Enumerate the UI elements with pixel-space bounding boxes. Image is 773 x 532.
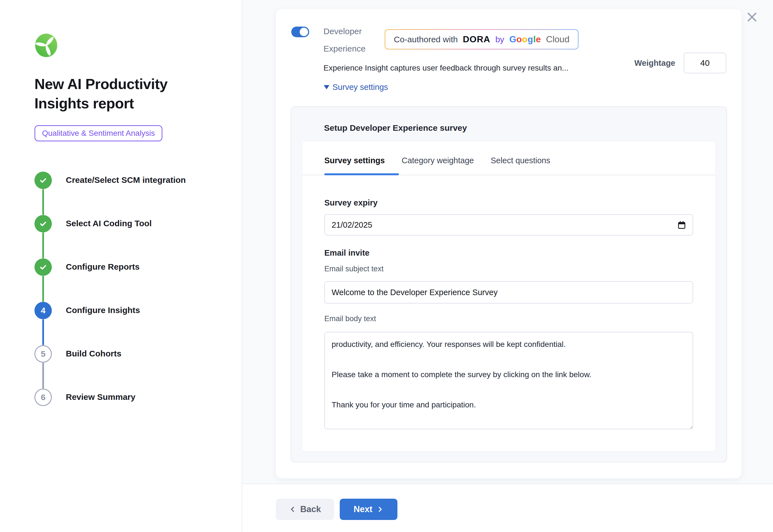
coauthor-badge: Co-authored with DORA by Google Cloud <box>385 29 579 50</box>
weightage-input[interactable] <box>684 53 726 73</box>
survey-settings-link-label: Survey settings <box>332 83 388 92</box>
survey-expiry-input[interactable] <box>324 214 693 235</box>
insight-name: Developer Experience <box>323 23 378 57</box>
step-connector <box>42 363 44 389</box>
email-subject-label: Email subject text <box>324 265 384 273</box>
check-icon <box>39 263 48 272</box>
weightage-label: Weightage <box>634 59 675 68</box>
main-content: Developer Experience Co-authored with DO… <box>242 0 773 532</box>
survey-setup-card: Setup Developer Experience survey Survey… <box>291 106 727 462</box>
wizard-footer: Back Next <box>242 484 773 532</box>
active-tab-indicator <box>324 173 399 175</box>
step-upcoming-circle: 5 <box>34 345 52 363</box>
tab-select-questions[interactable]: Select questions <box>491 156 550 171</box>
calendar-icon[interactable] <box>677 220 686 230</box>
dora-logo: DORA <box>463 34 490 45</box>
triangle-down-icon <box>323 85 330 90</box>
google-cloud-label: Cloud <box>546 34 570 45</box>
coauthor-prefix: Co-authored with <box>394 35 458 44</box>
tab-survey-settings[interactable]: Survey settings <box>324 156 385 171</box>
step-review-summary[interactable]: 6 Review Summary <box>34 389 230 406</box>
app-logo-icon <box>34 33 58 58</box>
tab-category-weightage[interactable]: Category weightage <box>402 156 474 171</box>
wizard-steps: Create/Select SCM integration Select AI … <box>34 172 230 406</box>
step-label: Select AI Coding Tool <box>66 219 152 228</box>
step-label: Create/Select SCM integration <box>66 175 186 185</box>
google-logo: Google <box>509 34 541 45</box>
toggle-knob <box>300 28 308 36</box>
chevron-left-icon <box>289 506 296 513</box>
survey-settings-collapse-toggle[interactable]: Survey settings <box>323 83 388 92</box>
check-icon <box>39 176 48 185</box>
survey-tabs: Survey settings Category weightage Selec… <box>324 156 550 171</box>
step-connector <box>42 232 44 258</box>
page-title: New AI Productivity Insights report <box>34 74 200 113</box>
app-root: New AI Productivity Insights report Qual… <box>0 0 773 532</box>
coauthor-by: by <box>495 35 504 44</box>
step-done-circle <box>34 258 52 276</box>
step-label: Configure Reports <box>66 262 139 272</box>
step-configure-insights[interactable]: 4 Configure Insights <box>34 302 230 345</box>
weightage-group: Weightage <box>634 53 726 73</box>
step-connector <box>42 319 44 345</box>
next-button[interactable]: Next <box>340 499 397 520</box>
step-done-circle <box>34 172 52 189</box>
back-button[interactable]: Back <box>276 499 334 520</box>
step-label: Build Cohorts <box>66 349 121 358</box>
survey-tab-card: Survey settings Category weightage Selec… <box>302 141 715 451</box>
step-configure-reports[interactable]: Configure Reports <box>34 258 230 302</box>
step-active-circle: 4 <box>34 302 52 319</box>
next-button-label: Next <box>353 504 372 514</box>
step-build-cohorts[interactable]: 5 Build Cohorts <box>34 345 230 389</box>
wizard-sidebar: New AI Productivity Insights report Qual… <box>0 0 242 532</box>
insight-enabled-toggle[interactable] <box>291 27 309 37</box>
insight-panel: Developer Experience Co-authored with DO… <box>276 9 741 478</box>
check-icon <box>39 219 48 228</box>
survey-expiry-label: Survey expiry <box>324 198 378 207</box>
step-label: Review Summary <box>66 392 135 402</box>
chevron-right-icon <box>376 506 384 513</box>
email-body-textarea[interactable]: productivity, and efficiency. Your respo… <box>324 332 693 429</box>
close-icon[interactable] <box>746 11 758 24</box>
report-type-badge: Qualitative & Sentiment Analysis <box>34 125 162 141</box>
step-ai-coding-tool[interactable]: Select AI Coding Tool <box>34 215 230 258</box>
step-label: Configure Insights <box>66 305 140 315</box>
step-connector <box>42 189 44 215</box>
email-invite-label: Email invite <box>324 248 369 258</box>
insight-description: Experience Insight captures user feedbac… <box>323 64 569 73</box>
survey-setup-title: Setup Developer Experience survey <box>324 123 467 133</box>
step-done-circle <box>34 215 52 232</box>
email-body-label: Email body text <box>324 314 376 323</box>
step-connector <box>42 276 44 302</box>
step-scm-integration[interactable]: Create/Select SCM integration <box>34 172 230 215</box>
step-upcoming-circle: 6 <box>34 389 52 406</box>
back-button-label: Back <box>300 504 321 514</box>
email-subject-input[interactable] <box>324 281 693 304</box>
